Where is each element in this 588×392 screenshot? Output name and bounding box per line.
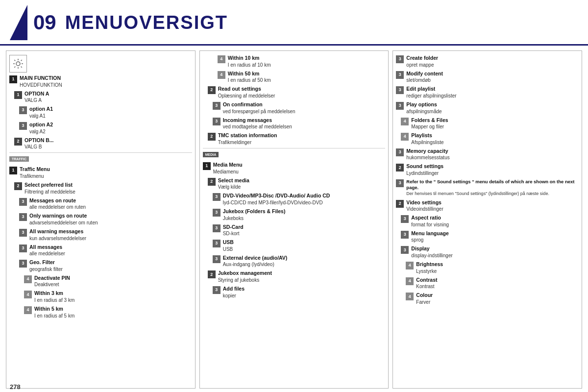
level-badge: 3: [19, 122, 27, 130]
list-item: 3 Geo. Filter geografisk filter: [19, 259, 192, 272]
level-badge: 4: [401, 118, 409, 125]
main-content: 1 MAIN FUNCTION HOVEDFUNKTION 1 OPTION A…: [0, 46, 588, 392]
list-item: 3 Incoming messages ved modtagelse af me…: [213, 117, 386, 130]
item-text: Within 5 km I en radius af 5 km: [34, 306, 74, 319]
level-badge: 4: [406, 293, 414, 300]
item-text: External device (audio/AV) Aux-indgang (…: [223, 255, 288, 268]
column-2: 4 Within 10 km I en radius af 10 km 4 Wi…: [199, 50, 389, 389]
list-item: 3 USB USB: [213, 239, 386, 252]
level-badge: 3: [19, 213, 27, 221]
list-item: 3 Add files kopier: [213, 286, 386, 299]
item-text: Video settings Videoindstillinger: [406, 199, 443, 213]
list-item: 3 Messages on route alle meddelelser om …: [19, 197, 192, 211]
level-badge: 2: [396, 200, 404, 208]
item-text: All warning messages kun advarselsmeddel…: [29, 228, 86, 242]
item-text: Incoming messages ved modtagelse af medd…: [223, 117, 292, 130]
item-text: Select media Vælg kilde: [218, 177, 249, 191]
list-item: 3 External device (audio/AV) Aux-indgang…: [213, 255, 386, 268]
list-item: 3 Play options afspilningsmåde: [396, 101, 579, 115]
list-item: 3 On confirmation ved forespørgsel på me…: [213, 101, 386, 115]
item-text: MAIN FUNCTION HOVEDFUNKTION: [20, 75, 62, 88]
level-badge: 3: [213, 193, 220, 201]
list-item: 4 Within 3 km I en radius af 3 km: [24, 290, 192, 303]
item-text: option A2 valg A2: [29, 122, 53, 135]
item-text: Only warnings on route advarselsmeddelel…: [29, 213, 98, 226]
list-item: 2 Sound settings Lydindstillinger: [396, 163, 579, 176]
level-badge: 4: [406, 277, 414, 285]
list-item: 3 Menu language sprog: [401, 230, 579, 244]
level-badge: 3: [19, 198, 27, 206]
list-item: 3 Jukebox (Folders & Files) Jukeboks: [213, 208, 386, 221]
list-item: 2 Read out settings Oplæsning af meddele…: [208, 86, 386, 99]
item-text: TMC station information Trafikmeldinger: [218, 132, 277, 146]
list-item: 4 Contrast Kontrast: [406, 277, 579, 290]
item-text: Traffic Menu Trafikmenu: [20, 166, 50, 179]
item-text: DVD-Video/MP3-Disc /DVD-Audio/ Audio CD …: [223, 193, 330, 206]
list-item: 4 Colour Farver: [406, 292, 579, 305]
item-text: OPTION A VALG A: [24, 91, 49, 104]
item-text: Sound settings Lydindstillinger: [406, 163, 443, 176]
list-item: 3 Create folder opret mappe: [396, 55, 579, 68]
list-item: 3 DVD-Video/MP3-Disc /DVD-Audio/ Audio C…: [213, 193, 386, 206]
list-item: 1 Traffic Menu Trafikmenu: [9, 166, 192, 179]
item-text: On confirmation ved forespørgsel på medd…: [223, 101, 295, 115]
item-text: Aspect ratio format for visning: [411, 215, 449, 228]
level-badge: 2: [14, 138, 22, 146]
level-badge: 3: [19, 229, 27, 237]
level-badge: 3: [213, 255, 220, 263]
list-item: 2 Select media Vælg kilde: [208, 177, 386, 191]
divider: [9, 152, 192, 153]
level-badge: 3: [213, 286, 220, 294]
item-text: Edit playlist rediger afspilningslister: [406, 86, 456, 99]
main-function-icon: [9, 55, 27, 73]
svg-line-8: [14, 67, 15, 68]
list-item: 2 Video settings Videoindstillinger: [396, 199, 579, 213]
media-icon-badge: MEDIA: [203, 152, 219, 157]
item-text: Within 10 km I en radius af 10 km: [228, 55, 271, 68]
item-text: Create folder opret mappe: [406, 55, 438, 68]
list-item: 4 Within 10 km I en radius af 10 km: [218, 55, 386, 68]
level-badge: 4: [218, 71, 225, 79]
level-badge: 1: [9, 167, 17, 174]
level-badge: 3: [19, 260, 27, 268]
column-1: 1 MAIN FUNCTION HOVEDFUNKTION 1 OPTION A…: [6, 50, 196, 389]
level-badge: 3: [19, 245, 27, 252]
item-text: Within 3 km I en radius af 3 km: [34, 290, 74, 303]
list-item: 4 Playlists Afspilningsliste: [401, 132, 579, 146]
level-badge: 3: [396, 86, 404, 94]
item-text: Play options afspilningsmåde: [406, 101, 441, 115]
list-item: 4 Folders & Files Mapper og filer: [401, 117, 579, 130]
list-item: 3 Edit playlist rediger afspilningsliste…: [396, 86, 579, 99]
level-badge: 2: [208, 133, 216, 141]
list-item: 3 All warning messages kun advarselsmedd…: [19, 228, 192, 242]
item-text: option A1 valg A1: [29, 106, 53, 119]
list-item: 2 TMC station information Trafikmeldinge…: [208, 132, 386, 146]
list-item: 3 option A1 valg A1: [19, 106, 192, 119]
item-text: Playlists Afspilningsliste: [411, 132, 443, 146]
list-item: 3 All messages alle meddelelser: [19, 244, 192, 257]
page-number: 278: [10, 383, 21, 391]
level-badge: 3: [213, 118, 220, 125]
level-badge: 3: [396, 148, 404, 156]
item-text: Colour Farver: [416, 292, 433, 305]
list-item: 3 Aspect ratio format for visning: [401, 215, 579, 228]
svg-line-5: [14, 60, 15, 61]
level-badge: 3: [213, 209, 220, 217]
list-item: 3 option A2 valg A2: [19, 122, 192, 135]
level-badge: 3: [213, 102, 220, 110]
item-text: Read out settings Oplæsning af meddelels…: [218, 86, 275, 99]
list-item: 1 MAIN FUNCTION HOVEDFUNKTION: [9, 75, 192, 88]
list-item: 3 SD-Card SD-kort: [213, 224, 386, 237]
item-text: Memory capacity hukommelsesstatus: [406, 148, 449, 161]
level-badge: 4: [401, 133, 409, 141]
list-item: 3 Memory capacity hukommelsesstatus: [396, 148, 579, 161]
level-badge: 2: [208, 86, 216, 94]
level-badge: 3: [19, 106, 27, 114]
list-item: 1 Media Menu Mediamenu: [203, 162, 386, 175]
item-text: Display display-indstillinger: [411, 245, 452, 259]
item-text: SD-Card SD-kort: [223, 224, 244, 237]
level-badge: 3: [396, 179, 404, 187]
item-text: Jukebox (Folders & Files) Jukeboks: [223, 208, 286, 221]
list-item: 4 Within 50 km I en radius af 50 km: [218, 71, 386, 84]
level-badge: 4: [24, 291, 32, 298]
